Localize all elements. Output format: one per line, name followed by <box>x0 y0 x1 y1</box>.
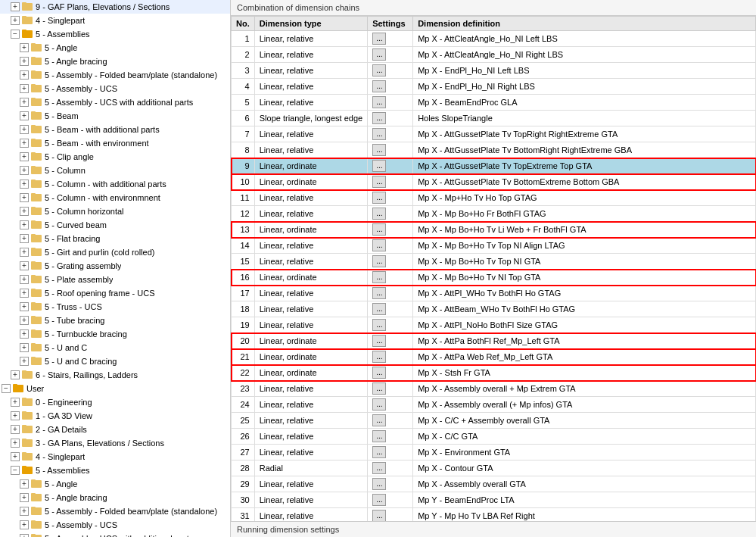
table-row[interactable]: 6Slope triangle, longest edge...Holes Sl… <box>232 111 756 126</box>
settings-button[interactable]: ... <box>372 112 386 124</box>
cell-settings[interactable]: ... <box>368 31 413 47</box>
table-row[interactable]: 16Linear, ordinate...Mp X - Mp Bo+Ho Tv … <box>232 270 756 286</box>
settings-button[interactable]: ... <box>372 319 386 331</box>
cell-settings[interactable]: ... <box>368 397 413 413</box>
cell-settings[interactable]: ... <box>368 445 413 461</box>
settings-button[interactable]: ... <box>372 382 386 395</box>
settings-button[interactable]: ... <box>372 223 386 236</box>
sidebar-item-u-angle[interactable]: +5 - Angle <box>0 477 230 491</box>
sidebar-item-angle-bracing[interactable]: +5 - Angle bracing <box>0 55 230 68</box>
settings-button[interactable]: ... <box>372 478 386 490</box>
settings-button[interactable]: ... <box>372 351 386 363</box>
sidebar-item-u-assemblies[interactable]: −5 - Assemblies <box>0 464 230 477</box>
settings-button[interactable]: ... <box>372 398 386 411</box>
table-row[interactable]: 7Linear, relative...Mp X - AttGussetPlat… <box>232 126 756 142</box>
cell-settings[interactable]: ... <box>368 47 413 63</box>
expand-icon-u-ga3d[interactable]: + <box>11 411 20 420</box>
expand-icon-beam-env[interactable]: + <box>20 139 29 148</box>
cell-settings[interactable]: ... <box>368 95 413 111</box>
cell-settings[interactable]: ... <box>368 222 413 238</box>
settings-button[interactable]: ... <box>372 367 386 379</box>
sidebar-item-assembly-folded[interactable]: +5 - Assembly - Folded beam/plate (stand… <box>0 68 230 82</box>
table-row[interactable]: 1Linear, relative...Mp X - AttCleatAngle… <box>232 31 756 47</box>
cell-settings[interactable]: ... <box>368 413 413 429</box>
sidebar-item-turnbuckle[interactable]: +5 - Turnbuckle bracing <box>0 327 230 341</box>
table-row[interactable]: 2Linear, relative...Mp X - AttCleatAngle… <box>232 47 756 63</box>
cell-settings[interactable]: ... <box>368 142 413 158</box>
cell-settings[interactable]: ... <box>368 206 413 222</box>
sidebar-item-beam[interactable]: +5 - Beam <box>0 109 230 123</box>
expand-icon-angle[interactable]: + <box>20 43 29 52</box>
sidebar-item-girt-purlin[interactable]: +5 - Girt and purlin (cold rolled) <box>0 245 230 259</box>
cell-settings[interactable]: ... <box>368 461 413 476</box>
settings-button[interactable]: ... <box>372 255 386 267</box>
sidebar-item-column-add[interactable]: +5 - Column - with additional parts <box>0 177 230 191</box>
cell-settings[interactable]: ... <box>368 254 413 270</box>
settings-button[interactable]: ... <box>372 510 386 521</box>
settings-button[interactable]: ... <box>372 144 386 156</box>
table-row[interactable]: 18Linear, relative...Mp X - AttBeam_WHo … <box>232 301 756 317</box>
sidebar-item-gaf[interactable]: +9 - GAF Plans, Elevations / Sections <box>0 0 230 14</box>
expand-icon-girt-purlin[interactable]: + <box>20 248 29 257</box>
settings-button[interactable]: ... <box>372 33 386 45</box>
expand-icon-assembly-folded[interactable]: + <box>20 70 29 80</box>
cell-settings[interactable]: ... <box>368 286 413 301</box>
expand-icon-u-singlepart[interactable]: + <box>11 452 20 461</box>
sidebar-item-flat-bracing[interactable]: +5 - Flat bracing <box>0 232 230 245</box>
expand-icon-column-env[interactable]: + <box>20 193 29 202</box>
expand-icon-singlepart[interactable]: + <box>11 16 20 25</box>
table-row[interactable]: 9Linear, ordinate...Mp X - AttGussetPlat… <box>232 158 756 174</box>
settings-button[interactable]: ... <box>372 160 386 172</box>
sidebar-item-u-engineering[interactable]: +0 - Engineering <box>0 395 230 409</box>
expand-icon-u-gaplan[interactable]: + <box>11 439 20 448</box>
expand-icon-u-engineering[interactable]: + <box>11 398 20 407</box>
settings-button[interactable]: ... <box>372 80 386 92</box>
sidebar-item-u-assembly-folded[interactable]: +5 - Assembly - Folded beam/plate (stand… <box>0 504 230 518</box>
settings-button[interactable]: ... <box>372 128 386 140</box>
settings-button[interactable]: ... <box>372 192 386 204</box>
expand-icon-roof[interactable]: + <box>20 289 29 298</box>
settings-button[interactable]: ... <box>372 446 386 458</box>
table-row[interactable]: 4Linear, relative...Mp X - EndPl_Ho_NI R… <box>232 79 756 95</box>
sidebar-item-curved-beam[interactable]: +5 - Curved beam <box>0 218 230 232</box>
sidebar[interactable]: +9 - GAF Plans, Elevations / Sections+4 … <box>0 0 231 537</box>
sidebar-item-u-and-c[interactable]: +5 - U and C <box>0 341 230 354</box>
expand-icon-assembly-ucs-add[interactable]: + <box>20 98 29 107</box>
sidebar-item-u-singlepart[interactable]: +4 - Singlepart <box>0 450 230 464</box>
cell-settings[interactable]: ... <box>368 63 413 79</box>
cell-settings[interactable]: ... <box>368 301 413 317</box>
table-row[interactable]: 10Linear, ordinate...Mp X - AttGussetPla… <box>232 174 756 190</box>
table-row[interactable]: 25Linear, relative...Mp X - C/C + Assemb… <box>232 413 756 429</box>
expand-icon-assemblies[interactable]: − <box>11 30 20 39</box>
sidebar-item-u-angle-bracing[interactable]: +5 - Angle bracing <box>0 491 230 504</box>
table-row[interactable]: 5Linear, relative...Mp X - BeamEndProc G… <box>232 95 756 111</box>
sidebar-item-u-gaplan[interactable]: +3 - GA Plans, Elevations / Sections <box>0 436 230 450</box>
table-container[interactable]: No. Dimension type Settings Dimension de… <box>231 16 756 521</box>
settings-button[interactable]: ... <box>372 208 386 220</box>
expand-icon-flat-bracing[interactable]: + <box>20 234 29 243</box>
settings-button[interactable]: ... <box>372 303 386 315</box>
table-row[interactable]: 22Linear, ordinate...Mp X - Stsh Fr GTA <box>232 365 756 381</box>
sidebar-item-u-and-c-bracing[interactable]: +5 - U and C bracing <box>0 354 230 368</box>
table-row[interactable]: 29Linear, relative...Mp X - Assembly ove… <box>232 476 756 492</box>
cell-settings[interactable]: ... <box>368 492 413 508</box>
sidebar-item-stairs[interactable]: +6 - Stairs, Railings, Ladders <box>0 368 230 382</box>
cell-settings[interactable]: ... <box>368 158 413 174</box>
settings-button[interactable]: ... <box>372 64 386 76</box>
settings-button[interactable]: ... <box>372 335 386 347</box>
expand-icon-u-gadetails[interactable]: + <box>11 425 20 434</box>
cell-settings[interactable]: ... <box>368 381 413 397</box>
sidebar-item-assemblies[interactable]: −5 - Assemblies <box>0 27 230 41</box>
sidebar-item-beam-add[interactable]: +5 - Beam - with additional parts <box>0 123 230 136</box>
expand-icon-u-assemblies[interactable]: − <box>11 466 20 475</box>
expand-icon-clip-angle[interactable]: + <box>20 152 29 161</box>
sidebar-item-column[interactable]: +5 - Column <box>0 164 230 177</box>
expand-icon-column[interactable]: + <box>20 166 29 175</box>
sidebar-item-roof[interactable]: +5 - Roof opening frame - UCS <box>0 286 230 300</box>
sidebar-item-u-assembly-ucs-add[interactable]: +5 - Assembly - UCS with additional part… <box>0 532 230 537</box>
cell-settings[interactable]: ... <box>368 190 413 206</box>
settings-button[interactable]: ... <box>372 176 386 188</box>
expand-icon-tube-bracing[interactable]: + <box>20 316 29 325</box>
table-row[interactable]: 3Linear, relative...Mp X - EndPl_Ho_NI L… <box>232 63 756 79</box>
settings-button[interactable]: ... <box>372 494 386 506</box>
